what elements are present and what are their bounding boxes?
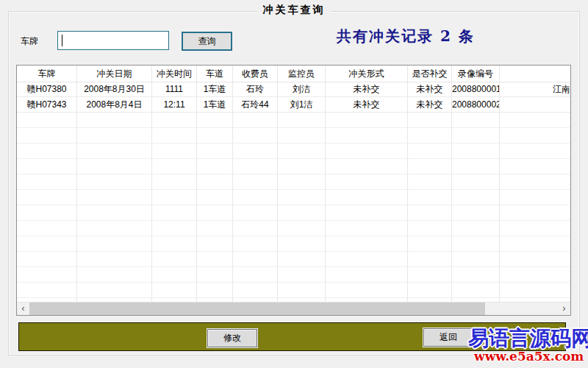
table-cell bbox=[152, 113, 197, 127]
table-cell bbox=[408, 236, 452, 251]
table-cell: 未补交 bbox=[326, 82, 408, 96]
table-cell bbox=[77, 267, 152, 282]
table-cell bbox=[278, 128, 326, 143]
table-row[interactable]: 赣H073802008年8月30日11111车道石玲刘洁未补交未补交200880… bbox=[17, 82, 570, 97]
table-cell bbox=[500, 252, 570, 266]
table-cell bbox=[452, 144, 500, 158]
table-cell bbox=[278, 144, 326, 158]
table-cell bbox=[500, 205, 570, 220]
table-cell bbox=[17, 144, 77, 158]
table-cell bbox=[408, 252, 452, 266]
table-cell bbox=[408, 221, 452, 236]
table-cell bbox=[326, 236, 408, 251]
table-cell: 赣H07343 bbox=[17, 97, 77, 112]
text-caret bbox=[62, 35, 62, 46]
table-cell bbox=[197, 113, 233, 127]
table-cell: 未补交 bbox=[408, 97, 452, 112]
table-header-cell: 是否补交 bbox=[408, 66, 452, 82]
table-cell bbox=[197, 221, 233, 236]
table-header-row: 车牌冲关日期冲关时间车道收费员监控员冲关形式是否补交录像编号 bbox=[17, 66, 570, 82]
scroll-right-icon[interactable]: › bbox=[558, 302, 570, 315]
table-cell bbox=[17, 252, 77, 266]
table-header-cell: 冲关日期 bbox=[77, 66, 152, 82]
table-cell bbox=[452, 221, 500, 236]
table-cell bbox=[17, 113, 77, 127]
table-cell bbox=[278, 283, 326, 297]
table-cell bbox=[77, 221, 152, 236]
table-cell bbox=[326, 283, 408, 297]
table-cell: 2008800001 bbox=[452, 82, 500, 96]
scroll-left-icon[interactable]: ‹ bbox=[17, 302, 29, 315]
table-cell bbox=[233, 144, 278, 158]
table-cell bbox=[500, 236, 570, 251]
table-cell bbox=[152, 190, 197, 205]
table-cell bbox=[408, 159, 452, 174]
table-cell bbox=[452, 113, 500, 127]
table-cell bbox=[452, 205, 500, 220]
table-cell bbox=[233, 190, 278, 205]
record-count-text: 共有冲关记录 2 条 bbox=[337, 26, 475, 46]
table-cell bbox=[152, 236, 197, 251]
table-cell bbox=[233, 283, 278, 297]
table-header-cell bbox=[500, 66, 570, 82]
table-cell bbox=[17, 283, 77, 297]
table-cell: 赣H07380 bbox=[17, 82, 77, 96]
table-filler-row bbox=[17, 174, 570, 190]
table-cell bbox=[17, 128, 77, 143]
table-cell bbox=[77, 205, 152, 220]
table-cell bbox=[233, 205, 278, 220]
horizontal-scrollbar[interactable]: ‹ › bbox=[17, 302, 570, 315]
table-cell bbox=[326, 252, 408, 266]
scrollbar-thumb[interactable] bbox=[29, 302, 485, 315]
table-cell bbox=[278, 252, 326, 266]
table-header-cell: 监控员 bbox=[278, 66, 326, 82]
table-row[interactable]: 赣H073432008年8月4日12:111车道石玲44刘1洁未补交未补交200… bbox=[17, 97, 570, 113]
table-cell bbox=[278, 236, 326, 251]
table-cell bbox=[152, 267, 197, 282]
table-cell: 未补交 bbox=[326, 97, 408, 112]
table-header-cell: 车牌 bbox=[17, 66, 77, 82]
table-cell bbox=[233, 159, 278, 174]
table-cell bbox=[278, 113, 326, 127]
table-cell bbox=[500, 113, 570, 127]
watermark-site-url: www.e5a5x.com bbox=[474, 349, 584, 364]
table-cell bbox=[233, 267, 278, 282]
back-button[interactable]: 返回 bbox=[423, 328, 473, 347]
table-cell bbox=[278, 221, 326, 236]
table-cell bbox=[326, 159, 408, 174]
table-cell bbox=[500, 221, 570, 236]
table-cell: 江南 bbox=[500, 82, 570, 96]
table-cell bbox=[77, 190, 152, 205]
table-cell bbox=[452, 283, 500, 297]
table-cell bbox=[408, 144, 452, 158]
table-cell bbox=[77, 144, 152, 158]
table-cell bbox=[408, 128, 452, 143]
table-filler-row bbox=[17, 190, 570, 205]
table-cell bbox=[408, 283, 452, 297]
table-cell bbox=[233, 113, 278, 127]
table-cell: 刘1洁 bbox=[278, 97, 326, 112]
table-cell: 石玲 bbox=[233, 82, 278, 96]
table-cell bbox=[500, 190, 570, 205]
table-cell bbox=[326, 267, 408, 282]
plate-input[interactable] bbox=[57, 31, 169, 50]
query-button[interactable]: 查询 bbox=[182, 32, 232, 51]
table-cell bbox=[77, 283, 152, 297]
table-cell bbox=[17, 221, 77, 236]
table-cell bbox=[152, 221, 197, 236]
table-filler-row bbox=[17, 159, 570, 174]
table-cell bbox=[197, 236, 233, 251]
table-cell bbox=[452, 190, 500, 205]
table-cell: 2008800002 bbox=[452, 97, 500, 112]
table-cell bbox=[17, 174, 77, 189]
table-header-cell: 冲关时间 bbox=[152, 66, 197, 82]
table-cell bbox=[197, 267, 233, 282]
table-cell bbox=[197, 174, 233, 189]
table-cell bbox=[500, 128, 570, 143]
modify-button[interactable]: 修改 bbox=[207, 329, 257, 347]
table-cell bbox=[197, 190, 233, 205]
table-cell bbox=[452, 267, 500, 282]
table-cell bbox=[77, 174, 152, 189]
table-cell: 石玲44 bbox=[233, 97, 278, 112]
table-cell: 刘洁 bbox=[278, 82, 326, 96]
